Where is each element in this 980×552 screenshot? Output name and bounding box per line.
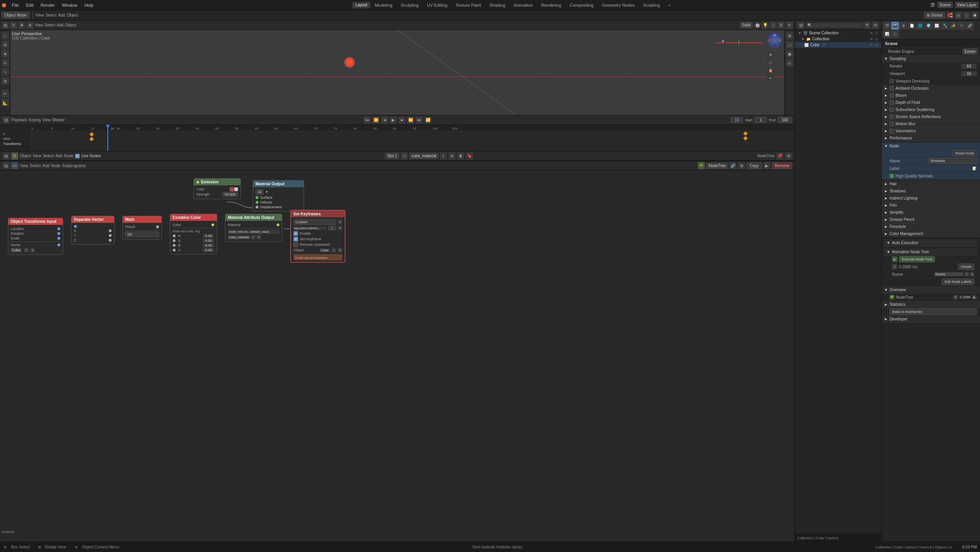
- prop-render-icon[interactable]: 📷: [891, 22, 899, 30]
- ne-material-browse[interactable]: ⬡: [401, 153, 408, 160]
- measure-tool[interactable]: 📐: [1, 99, 9, 107]
- nt-expand-btn[interactable]: ▶: [972, 295, 977, 300]
- render-samples-val[interactable]: 64: [961, 64, 977, 69]
- prop-modifier-icon[interactable]: 🔧: [941, 22, 949, 30]
- volumetrics-header[interactable]: ► Volumetrics: [882, 128, 980, 135]
- grease-pencil-header[interactable]: ► Grease Pencil: [882, 216, 980, 223]
- ne2-select-menu[interactable]: Select: [30, 164, 41, 168]
- ne-copy-material[interactable]: ⧉: [449, 153, 456, 160]
- developer-header[interactable]: ► Developer: [882, 316, 980, 323]
- outliner-collection-item[interactable]: ▼ 📁 Collection 👁 ◎: [795, 36, 881, 42]
- sss-header[interactable]: ► Subsurface Scattering: [882, 106, 980, 113]
- ne2-menu-btn[interactable]: ▤: [2, 162, 9, 169]
- tab-animation[interactable]: Animation: [510, 2, 537, 8]
- matattr-nodetree-val[interactable]: node_tree.no...default_value: [228, 230, 280, 234]
- ne2-settings2[interactable]: ⚙: [738, 162, 745, 169]
- vp-pan-icon[interactable]: ✥: [18, 22, 25, 29]
- frame-start-input[interactable]: [755, 117, 767, 123]
- ne2-subprograms-menu[interactable]: Subprograms: [62, 164, 86, 168]
- objtr-obj-selector[interactable]: Cube: [11, 248, 22, 252]
- math-func-selector[interactable]: Sin: [125, 232, 159, 237]
- auto-exec-header[interactable]: ▼ Auto Execution: [884, 239, 978, 247]
- vp-zoom-icon[interactable]: ⊕: [26, 22, 34, 29]
- tl-menu-btn[interactable]: ▤: [2, 117, 9, 124]
- gizmo-btn[interactable]: ⊞: [786, 32, 794, 40]
- scene-selector[interactable]: Scene: [937, 2, 952, 8]
- emit-strength-input[interactable]: [222, 192, 238, 197]
- ne2-nodetree-icon[interactable]: 🌳: [698, 162, 705, 169]
- frame-end-input[interactable]: [778, 117, 792, 123]
- tl-marker-menu[interactable]: Marker: [53, 118, 65, 122]
- node-separate-vector[interactable]: Separate Vector X Y: [71, 216, 115, 245]
- ne-new-material[interactable]: +: [440, 153, 447, 160]
- edit-node-labels-btn[interactable]: Edit Node Labels: [942, 279, 974, 285]
- performance-header[interactable]: ► Performance: [882, 135, 980, 142]
- vp-menu-btn[interactable]: ▤: [2, 22, 9, 29]
- menu-help[interactable]: Help: [81, 2, 97, 8]
- camera-view-btn[interactable]: 🎥: [786, 41, 794, 49]
- matout-target-selector[interactable]: All: [255, 189, 263, 195]
- outliner-settings-icon[interactable]: ⚙: [872, 22, 879, 29]
- overview-header[interactable]: ▼ Overview: [882, 286, 980, 294]
- prop-data-icon[interactable]: 📊: [883, 30, 891, 38]
- tl-playback-menu[interactable]: Playback: [11, 118, 27, 122]
- menu-file[interactable]: File: [9, 2, 22, 8]
- ambient-occ-header[interactable]: ► Ambient Occlusion: [882, 85, 980, 92]
- film-header[interactable]: ► Film: [882, 202, 980, 209]
- ne-slot-selector[interactable]: Slot 1: [385, 153, 399, 159]
- ne2-sync[interactable]: 🔗: [729, 162, 736, 169]
- viewport-samples-val[interactable]: 16: [961, 71, 977, 76]
- outliner-menu-btn[interactable]: ▤: [797, 22, 804, 29]
- move-tool[interactable]: ✥: [1, 50, 9, 58]
- use-nodes-checkbox[interactable]: [75, 154, 80, 158]
- matattr-mat-name[interactable]: cube_material: [228, 235, 250, 239]
- viewport-denoising-check[interactable]: [890, 79, 894, 83]
- bloom-check[interactable]: [890, 93, 894, 98]
- vp-select-menu[interactable]: Select: [45, 23, 56, 27]
- proportional-edit-icon[interactable]: ◎: [955, 12, 962, 19]
- tl-prev-frame[interactable]: ⏪: [372, 117, 379, 124]
- color-white-swatch[interactable]: [234, 187, 238, 191]
- node-combine-color[interactable]: Combine Color Color RGB HSV HSL YIQ: [170, 214, 217, 254]
- ne-fake-user[interactable]: 🔖: [466, 153, 473, 160]
- dof-header[interactable]: ► Depth of Field: [882, 99, 980, 106]
- tl-loop[interactable]: 🔁: [424, 117, 432, 124]
- coll-restrict[interactable]: ◎: [875, 37, 878, 41]
- matattr-browse-icon[interactable]: ⬡: [251, 235, 255, 239]
- vp-matpreview-icon[interactable]: ⬤: [754, 22, 761, 29]
- tab-add[interactable]: +: [664, 2, 674, 8]
- cursor-tool[interactable]: ⊕: [1, 41, 9, 49]
- outliner-filter-icon[interactable]: ⚗: [863, 22, 870, 29]
- matattr-x-icon[interactable]: ✕: [256, 235, 261, 239]
- scale-tool[interactable]: ⤡: [1, 68, 9, 76]
- prop-view-layer-icon[interactable]: 📄: [908, 22, 916, 30]
- combine-b-input[interactable]: [203, 243, 214, 247]
- prop-particles-icon[interactable]: ✨: [949, 22, 957, 30]
- ne-settings-btn[interactable]: ⚙: [785, 153, 792, 160]
- track-item-collection[interactable]: ction: [0, 136, 31, 141]
- reset-node-btn[interactable]: Reset Node: [952, 150, 977, 156]
- bloom-header[interactable]: ► Bloom: [882, 92, 980, 99]
- remove-btn[interactable]: Remove: [772, 162, 792, 169]
- prop-scene-icon[interactable]: 🎬: [883, 22, 891, 30]
- combine-g-input[interactable]: [203, 239, 214, 243]
- prop-material-icon[interactable]: ⬡: [891, 30, 899, 38]
- ne-delete-material[interactable]: 🗑: [457, 153, 464, 160]
- ne-type-material[interactable]: M: [11, 153, 18, 160]
- scene-icon-btn[interactable]: ⬡: [964, 272, 969, 277]
- setkf-datapath[interactable]: bpy.data.materia...: [293, 226, 327, 230]
- execute-icon[interactable]: ▶: [763, 162, 770, 169]
- tl-keying-menu[interactable]: Keying: [29, 118, 41, 122]
- prop-scene2-icon[interactable]: 🌐: [916, 22, 924, 30]
- ne-material-selector[interactable]: cube_material: [409, 153, 438, 159]
- prop-world-icon[interactable]: 🌍: [924, 22, 932, 30]
- gizmo-z-bot[interactable]: [773, 44, 776, 47]
- ao-check[interactable]: [890, 86, 894, 90]
- setkf-obj-browse[interactable]: ⬡: [331, 248, 336, 252]
- view-all-btn[interactable]: ▣: [786, 50, 794, 58]
- dof-check[interactable]: [890, 100, 894, 105]
- vp-shading-dropdown[interactable]: Solid: [740, 22, 753, 28]
- ne2-view-menu[interactable]: View: [20, 164, 28, 168]
- node-object-transforms[interactable]: Object Transforms Input Location Rotatio…: [8, 218, 63, 255]
- vp-rotate-icon[interactable]: ↻: [10, 22, 17, 29]
